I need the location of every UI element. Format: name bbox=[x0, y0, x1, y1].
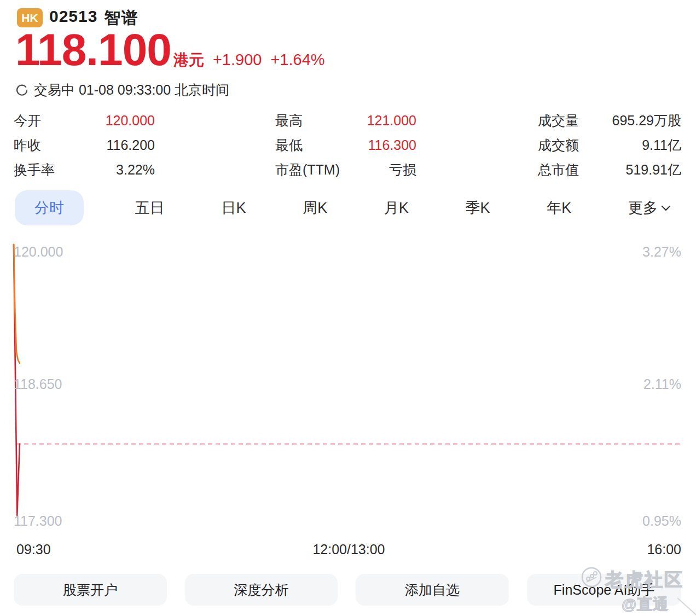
refresh-icon[interactable] bbox=[15, 84, 28, 97]
stat-prev-close: 昨收 116.200 bbox=[14, 133, 155, 158]
tab-label: 年K bbox=[547, 198, 571, 218]
price-block: 118.100 港元 +1.900 +1.64% bbox=[15, 26, 325, 73]
tab-monthly-k[interactable]: 月K bbox=[379, 190, 414, 225]
stat-value: 116.200 bbox=[106, 137, 155, 153]
y-label-top-right: 3.27% bbox=[642, 244, 681, 260]
tab-label: 日K bbox=[221, 198, 246, 218]
tab-label: 季K bbox=[466, 198, 490, 218]
stat-label: 最低 bbox=[275, 136, 303, 154]
price-change-percent: +1.64% bbox=[270, 51, 324, 69]
tab-daily-k[interactable]: 日K bbox=[216, 190, 251, 225]
y-label-mid-right: 2.11% bbox=[643, 376, 681, 392]
tab-label: 更多 bbox=[628, 198, 658, 218]
stat-label: 成交额 bbox=[538, 136, 579, 154]
stat-value: 519.91亿 bbox=[626, 161, 681, 179]
stat-label: 成交量 bbox=[538, 112, 579, 130]
stat-value: 121.000 bbox=[367, 113, 416, 129]
stat-label: 昨收 bbox=[14, 136, 41, 154]
chart-period-tabs: 分时 五日 日K 周K 月K 季K 年K 更多 bbox=[0, 189, 696, 227]
open-account-button[interactable]: 股票开户 bbox=[14, 574, 167, 606]
y-label-bottom-right: 0.95% bbox=[642, 513, 681, 529]
stat-label: 最高 bbox=[275, 112, 303, 130]
stat-amount: 成交额 9.11亿 bbox=[538, 133, 681, 158]
stat-volume: 成交量 695.29万股 bbox=[538, 108, 681, 133]
stock-detail-page: HK 02513智谱 118.100 港元 +1.900 +1.64% 交易中 … bbox=[0, 0, 696, 616]
tiger-community-logo-icon bbox=[581, 567, 602, 588]
tab-label: 分时 bbox=[34, 198, 64, 218]
tab-weekly-k[interactable]: 周K bbox=[297, 190, 333, 225]
y-label-mid-left: 118.650 bbox=[14, 376, 62, 392]
x-axis: 09:30 12:00/13:00 16:00 bbox=[0, 542, 696, 557]
x-label-close: 16:00 bbox=[647, 542, 681, 557]
tab-more[interactable]: 更多 bbox=[623, 190, 676, 225]
stat-market-cap: 总市值 519.91亿 bbox=[538, 158, 681, 182]
stat-value: 695.29万股 bbox=[612, 112, 681, 130]
stat-label: 市盈(TTM) bbox=[275, 161, 340, 179]
y-label-bottom-left: 117.300 bbox=[14, 513, 62, 529]
x-label-noon: 12:00/13:00 bbox=[312, 542, 385, 557]
deep-analysis-button[interactable]: 深度分析 bbox=[185, 574, 338, 606]
price-change: +1.900 bbox=[213, 51, 262, 69]
stat-low: 最低 116.300 bbox=[275, 133, 416, 158]
stat-high: 最高 121.000 bbox=[275, 108, 416, 133]
stats-column-3: 成交量 695.29万股 成交额 9.11亿 总市值 519.91亿 bbox=[538, 108, 681, 182]
stat-turnover-rate: 换手率 3.22% bbox=[14, 158, 155, 182]
y-label-top-left: 120.000 bbox=[14, 244, 63, 260]
tab-label: 五日 bbox=[135, 198, 165, 218]
tab-label: 周K bbox=[303, 198, 327, 218]
last-price: 118.100 bbox=[15, 26, 171, 73]
add-watchlist-button[interactable]: 添加自选 bbox=[356, 574, 509, 606]
stat-label: 总市值 bbox=[538, 161, 579, 179]
stat-open: 今开 120.000 bbox=[14, 108, 155, 133]
stat-value: 亏损 bbox=[389, 161, 416, 179]
chevron-down-icon bbox=[661, 205, 671, 211]
stat-label: 换手率 bbox=[14, 161, 55, 179]
stat-value: 120.000 bbox=[106, 113, 155, 129]
stat-value: 3.22% bbox=[116, 162, 155, 178]
watermark-brand: 老虎社区 bbox=[605, 568, 684, 592]
stats-column-2: 最高 121.000 最低 116.300 市盈(TTM) 亏损 bbox=[275, 108, 416, 182]
chart-canvas bbox=[0, 235, 696, 533]
tab-label: 月K bbox=[384, 198, 409, 218]
intraday-chart[interactable]: 120.000 118.650 117.300 3.27% 2.11% 0.95… bbox=[0, 235, 696, 563]
tab-yearly-k[interactable]: 年K bbox=[541, 190, 577, 225]
tab-quarterly-k[interactable]: 季K bbox=[460, 190, 496, 225]
market-status-row: 交易中 01-08 09:33:00 北京时间 bbox=[15, 81, 229, 99]
x-label-open: 09:30 bbox=[16, 542, 51, 557]
currency-label: 港元 bbox=[173, 50, 204, 71]
tab-minute[interactable]: 分时 bbox=[15, 190, 84, 225]
tab-five-day[interactable]: 五日 bbox=[130, 190, 170, 225]
market-status-text: 交易中 01-08 09:33:00 北京时间 bbox=[34, 81, 229, 99]
stat-value: 116.300 bbox=[368, 137, 416, 153]
stats-column-1: 今开 120.000 昨收 116.200 换手率 3.22% bbox=[14, 108, 155, 182]
stat-pe-ttm: 市盈(TTM) 亏损 bbox=[275, 158, 416, 182]
stat-label: 今开 bbox=[14, 112, 41, 130]
stat-value: 9.11亿 bbox=[642, 136, 681, 154]
